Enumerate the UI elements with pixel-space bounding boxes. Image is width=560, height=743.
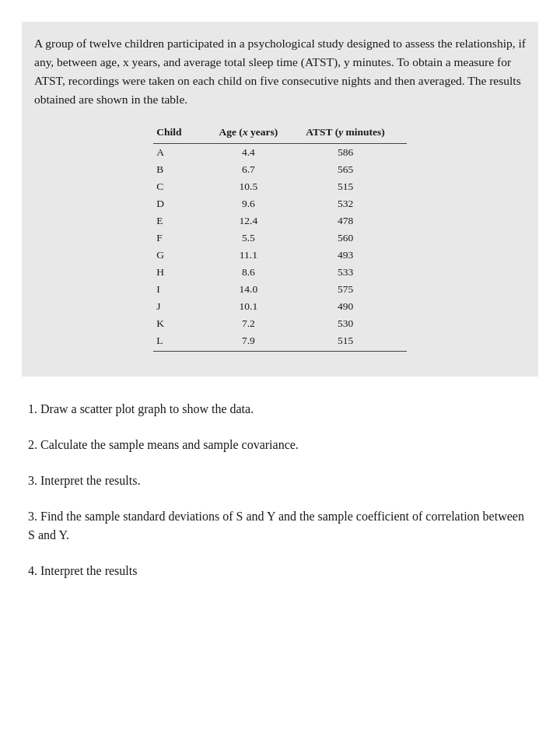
table-row: I14.0575 — [153, 281, 407, 298]
cell-atst: 530 — [299, 315, 407, 332]
cell-age: 8.6 — [213, 264, 300, 281]
cell-atst: 575 — [299, 281, 407, 298]
cell-child: K — [153, 315, 212, 332]
cell-child: E — [153, 212, 212, 230]
cell-child: C — [153, 178, 212, 195]
question-3a: 3. Interpret the results. — [28, 471, 532, 490]
cell-atst: 586 — [299, 144, 407, 162]
cell-atst: 515 — [299, 178, 407, 195]
table-row: L7.9515 — [153, 332, 407, 352]
cell-age: 10.1 — [213, 298, 300, 315]
cell-child: A — [153, 144, 212, 162]
cell-age: 9.6 — [213, 195, 300, 212]
cell-age: 14.0 — [213, 281, 300, 298]
cell-age: 7.2 — [213, 315, 300, 332]
cell-child: L — [153, 332, 212, 352]
cell-child: I — [153, 281, 212, 298]
table-row: C10.5515 — [153, 178, 407, 195]
cell-child: D — [153, 195, 212, 212]
table-row: B6.7565 — [153, 161, 407, 178]
table-row: G11.1493 — [153, 247, 407, 264]
cell-atst: 493 — [299, 247, 407, 264]
cell-atst: 565 — [299, 161, 407, 178]
table-row: D9.6532 — [153, 195, 407, 212]
cell-age: 5.5 — [213, 230, 300, 247]
cell-child: G — [153, 247, 212, 264]
cell-age: 4.4 — [213, 144, 300, 162]
col-header-child: Child — [153, 123, 212, 144]
intro-paragraph: A group of twelve children participated … — [34, 34, 526, 109]
cell-atst: 515 — [299, 332, 407, 352]
col-header-age: Age (x years) — [213, 123, 300, 144]
cell-atst: 560 — [299, 230, 407, 247]
cell-atst: 478 — [299, 212, 407, 230]
table-section: A group of twelve children participated … — [22, 22, 538, 377]
cell-atst: 533 — [299, 264, 407, 281]
question-1: 1. Draw a scatter plot graph to show the… — [28, 400, 532, 419]
cell-age: 12.4 — [213, 212, 300, 230]
question-4: 4. Interpret the results — [28, 562, 532, 580]
table-wrapper: Child Age (x years) ATST (y minutes) A4.… — [34, 123, 526, 352]
cell-child: J — [153, 298, 212, 315]
question-2: 2. Calculate the sample means and sample… — [28, 436, 532, 454]
table-row: K7.2530 — [153, 315, 407, 332]
table-row: F5.5560 — [153, 230, 407, 247]
cell-age: 11.1 — [213, 247, 300, 264]
table-row: E12.4478 — [153, 212, 407, 230]
questions-section: 1. Draw a scatter plot graph to show the… — [22, 400, 538, 580]
cell-age: 7.9 — [213, 332, 300, 352]
table-row: A4.4586 — [153, 144, 407, 162]
cell-atst: 532 — [299, 195, 407, 212]
cell-age: 6.7 — [213, 161, 300, 178]
table-row: H8.6533 — [153, 264, 407, 281]
data-table: Child Age (x years) ATST (y minutes) A4.… — [153, 123, 407, 352]
cell-age: 10.5 — [213, 178, 300, 195]
cell-child: B — [153, 161, 212, 178]
cell-child: F — [153, 230, 212, 247]
table-row: J10.1490 — [153, 298, 407, 315]
col-header-atst: ATST (y minutes) — [299, 123, 407, 144]
question-3b: 3. Find the sample standard deviations o… — [28, 507, 532, 545]
page: A group of twelve children participated … — [0, 0, 560, 743]
cell-child: H — [153, 264, 212, 281]
cell-atst: 490 — [299, 298, 407, 315]
